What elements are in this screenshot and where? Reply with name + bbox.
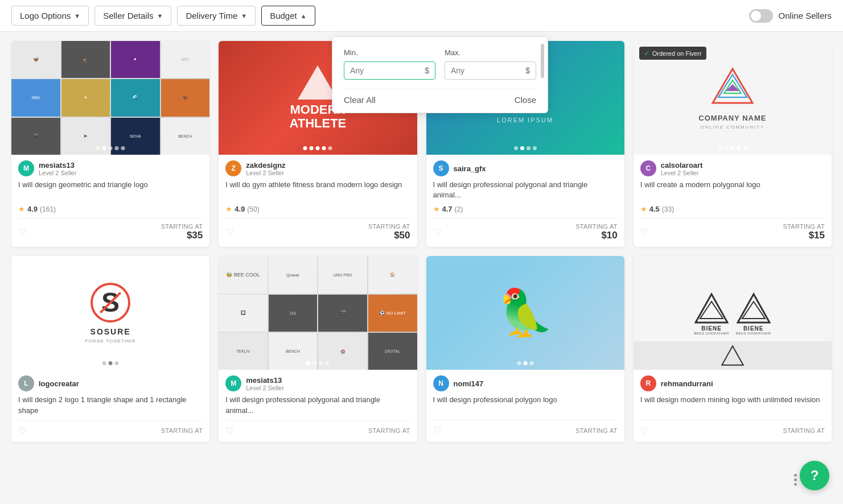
dot: [322, 146, 326, 150]
rating-count-4: (33): [662, 205, 674, 213]
seller-level-6: Level 2 Seller: [246, 385, 284, 391]
card-body-2: Z zakdesignz Level 2 Seller I will do gy…: [219, 155, 417, 247]
max-dollar-sign: $: [525, 66, 530, 75]
card-title-2: I will do gym athlete fitness brand mode…: [225, 180, 410, 200]
seller-row-2: Z zakdesignz Level 2 Seller: [225, 160, 410, 176]
rating-num-1: 4.9: [27, 205, 38, 213]
dot: [517, 361, 521, 365]
close-button[interactable]: Close: [515, 95, 536, 105]
max-budget-input[interactable]: [451, 66, 525, 75]
rating-num-2: 4.9: [235, 205, 245, 213]
heart-icon-4[interactable]: ♡: [640, 227, 648, 238]
seller-name-2: zakdesignz: [246, 161, 285, 170]
dot: [316, 146, 320, 150]
min-budget-input[interactable]: [350, 66, 425, 75]
gig-card-8[interactable]: BIENE BEES GODFATHER BIENE BEES GODFATHE…: [634, 256, 832, 441]
avatar-3: S: [433, 160, 449, 176]
seller-info-1: mesiats13 Level 2 Seller: [39, 161, 77, 176]
dot: [743, 146, 747, 150]
rating-count-1: (161): [40, 205, 56, 213]
sosure-tagline: FORGE TOGETHER: [85, 338, 136, 344]
dot: [319, 361, 323, 365]
price-1: $35: [187, 230, 203, 241]
budget-filter[interactable]: Budget ▲: [261, 6, 315, 26]
heart-icon-7[interactable]: ♡: [433, 425, 441, 436]
dot: [306, 361, 310, 365]
price-row-7: ♡ STARTING AT: [433, 420, 618, 436]
budget-inputs-row: Min. $ Max. $: [344, 48, 536, 80]
seller-details-filter[interactable]: Seller Details ▼: [94, 6, 171, 26]
card-dots-7: [517, 361, 533, 365]
heart-icon-6[interactable]: ♡: [225, 425, 233, 436]
dot: [109, 146, 113, 150]
rating-num-3: 4.7: [442, 205, 453, 213]
card-body-1: M mesiats13 Level 2 Seller I will design…: [11, 155, 209, 247]
gig-card-1[interactable]: 🦋 🦅 ✦ ANT NBA ✦ 🌊 🐂 🎬 ▶ NOVA BENCH: [11, 41, 209, 247]
biene-text-2: BIENE: [743, 325, 764, 332]
biene-logo-2: BIENE BEES GODFATHER: [736, 291, 771, 335]
heart-icon-1[interactable]: ♡: [18, 227, 26, 238]
card-body-3: S saira_gfx I will design professional p…: [426, 155, 624, 247]
dot: [121, 146, 125, 150]
starting-at-3: STARTING AT: [575, 223, 618, 230]
mosaic-cell: ANT: [161, 41, 210, 78]
gig-card-5[interactable]: S SOSURE FORGE TOGETHER L logocreatar I …: [11, 256, 209, 441]
biene-text-1: BIENE: [701, 325, 722, 332]
avatar-4: C: [640, 160, 656, 176]
seller-row-1: M mesiats13 Level 2 Seller: [18, 160, 203, 176]
dot: [109, 361, 113, 365]
seller-info-4: calsolaroart Level 2 Seller: [661, 161, 703, 176]
gig-card-4[interactable]: ✓ Ordered on Fiverr COMPANY NAME ONLINE …: [634, 41, 832, 247]
dropdown-scrollbar[interactable]: [541, 44, 544, 78]
biene-bottom-strip: [634, 341, 832, 370]
filter-bar: Logo Options ▼ Seller Details ▼ Delivery…: [0, 0, 843, 32]
avatar-2: Z: [225, 160, 241, 176]
card-title-5: I will design 2 logo 1 triangle shape an…: [18, 395, 203, 415]
card-dots-2: [303, 146, 332, 150]
rating-row-3: ★ 4.7 (2): [433, 205, 618, 213]
heart-icon-8[interactable]: ♡: [640, 425, 648, 436]
avatar-1: M: [18, 160, 34, 176]
gig-card-7[interactable]: 🦜 N nomi147 I will design professional p…: [426, 256, 624, 441]
heart-icon-2[interactable]: ♡: [225, 227, 233, 238]
biene-triangle-svg-2: [737, 291, 771, 325]
online-sellers-toggle[interactable]: [749, 9, 773, 23]
card-image-7: 🦜: [426, 256, 624, 370]
mosaic-cell: UNO PRO: [318, 256, 367, 293]
delivery-time-filter[interactable]: Delivery Time ▼: [177, 6, 256, 26]
star-icon-1: ★: [18, 205, 25, 213]
card-image-1: 🦋 🦅 ✦ ANT NBA ✦ 🌊 🐂 🎬 ▶ NOVA BENCH: [11, 41, 209, 155]
starting-at-4: STARTING AT: [783, 223, 825, 230]
seller-name-4: calsolaroart: [661, 161, 703, 170]
seller-name-5: logocreatar: [39, 379, 79, 388]
sosure-s-logo: S: [91, 283, 130, 323]
budget-actions: Clear All Close: [344, 89, 536, 113]
mosaic-cell: DIGITAL: [368, 333, 417, 370]
card-image-4: ✓ Ordered on Fiverr COMPANY NAME ONLINE …: [634, 41, 832, 155]
mosaic-cell: 🏠: [368, 256, 417, 293]
svg-marker-8: [722, 346, 743, 365]
seller-row-5: L logocreatar: [18, 375, 203, 391]
starting-at-5: STARTING AT: [161, 427, 203, 434]
clear-all-button[interactable]: Clear All: [344, 95, 376, 105]
heart-icon-3[interactable]: ♡: [433, 227, 441, 238]
gig-card-6[interactable]: 🐝 BEE COOL Quasar UNO PRO 🏠 🔲 101 🎬 ⚽ NO…: [219, 256, 417, 441]
dot: [527, 146, 531, 150]
price-4: $15: [809, 230, 825, 241]
min-dollar-sign: $: [425, 66, 429, 75]
logo-options-filter[interactable]: Logo Options ▼: [11, 6, 89, 26]
seller-info-5: logocreatar: [39, 379, 79, 388]
mosaic-cell: ✦: [61, 79, 110, 116]
seller-info-2: zakdesignz Level 2 Seller: [246, 161, 285, 176]
starting-at-2: STARTING AT: [368, 223, 410, 230]
price-row-5: ♡ STARTING AT: [18, 420, 203, 436]
budget-label: Budget: [270, 11, 297, 20]
dot: [102, 361, 106, 365]
card-dots-5: [102, 361, 119, 365]
delivery-time-label: Delivery Time: [186, 11, 237, 20]
seller-info-8: rehmandurrani: [661, 379, 713, 388]
dot: [724, 146, 728, 150]
heart-icon-5[interactable]: ♡: [18, 425, 26, 436]
card-title-1: I will design geometric and triangle log…: [18, 180, 203, 200]
card-body-6: M mesiats13 Level 2 Seller I will design…: [219, 370, 417, 441]
